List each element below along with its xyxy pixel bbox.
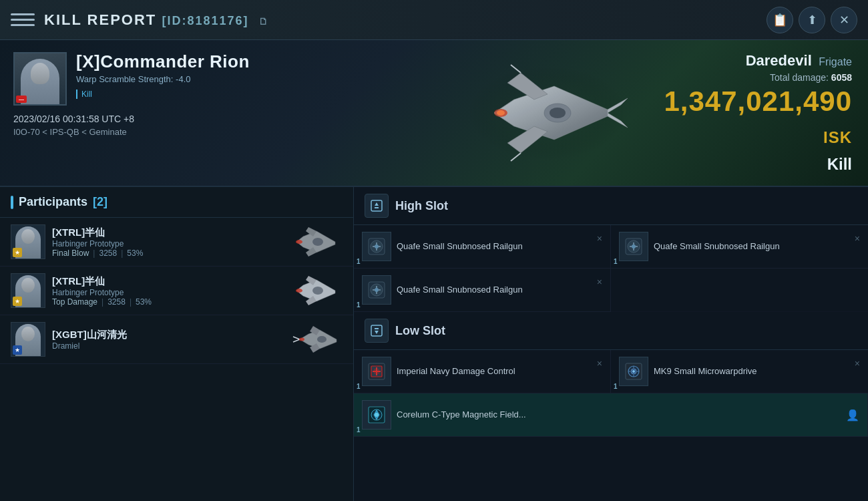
stat-label: Top Damage xyxy=(52,297,97,307)
close-button[interactable]: ✕ xyxy=(831,7,857,33)
participant-ship: Harbinger Prototype xyxy=(52,288,282,297)
damage-label: Total damage: xyxy=(770,72,829,83)
damage-line: Total damage: 6058 xyxy=(770,72,852,83)
isk-unit: ISK xyxy=(823,128,852,146)
high-slot-section: High Slot 1 Quafe Small S xyxy=(354,187,868,312)
isk-value: 1,347,021,490 ISK xyxy=(664,86,852,150)
svg-marker-32 xyxy=(375,202,379,206)
copy-icon[interactable]: 🗋 xyxy=(258,16,269,27)
participant-avatar: ★ xyxy=(11,273,45,308)
participant-info: [XGBT]山河清光 Dramiel xyxy=(52,329,282,351)
item-icon xyxy=(362,357,391,386)
svg-point-29 xyxy=(317,336,327,343)
item-icon xyxy=(619,232,648,261)
participant-item[interactable]: ★ [XTRL]半仙 Harbinger Prototype Top Damag… xyxy=(0,267,353,315)
participant-ship: Harbinger Prototype xyxy=(52,239,282,248)
participant-info: [XTRL]半仙 Harbinger Prototype Top Damage … xyxy=(52,275,282,307)
participant-star: ★ xyxy=(13,345,22,355)
stat-percent: 53% xyxy=(127,248,143,258)
participants-title: Participants xyxy=(19,195,87,209)
participant-avatar: ★ xyxy=(11,322,45,357)
item-name: Corelum C-Type Magnetic Field... xyxy=(397,409,838,421)
svg-point-43 xyxy=(632,244,636,248)
participants-header: Participants [2] xyxy=(0,187,353,218)
clipboard-icon: 📋 xyxy=(773,13,787,27)
title-text: KILL REPORT xyxy=(44,11,156,28)
left-panel: Participants [2] ★ [XTRL]半仙 Harbinger Pr… xyxy=(0,187,354,501)
svg-point-60 xyxy=(632,370,635,373)
svg-point-48 xyxy=(375,288,379,292)
export-button[interactable]: ⬆ xyxy=(799,7,825,33)
item-name: Quafe Small Snubnosed Railgun xyxy=(654,241,849,253)
header-card: — [X]Commander Rion Warp Scramble Streng… xyxy=(0,40,868,187)
header-stats: Daredevil Frigate Total damage: 6058 1,3… xyxy=(668,40,868,186)
outcome-label: Kill xyxy=(827,155,852,174)
participant-info: [XTRL]半仙 Harbinger Prototype Final Blow … xyxy=(52,226,282,258)
slot-item[interactable]: 1 Quafe Small Snubnosed Railgun × xyxy=(611,225,868,269)
participant-avatar: ★ xyxy=(11,224,45,259)
accent-bar xyxy=(11,196,13,209)
export-icon: ⬆ xyxy=(807,13,817,27)
item-remove[interactable]: × xyxy=(855,233,860,244)
stat-damage: 3258 xyxy=(107,297,126,307)
slot-item[interactable]: 1 Imperial Navy Damage Control × xyxy=(354,350,611,393)
svg-point-67 xyxy=(375,413,379,417)
svg-point-38 xyxy=(375,244,379,248)
slot-item[interactable]: 1 Quafe Small Snubnosed Railgun × xyxy=(354,269,611,312)
item-name: Imperial Navy Damage Control xyxy=(397,366,592,377)
participant-name: [XTRL]半仙 xyxy=(52,226,282,239)
item-icon xyxy=(362,275,391,305)
close-icon: ✕ xyxy=(839,13,849,27)
item-remove[interactable]: × xyxy=(597,358,602,369)
clipboard-button[interactable]: 📋 xyxy=(767,7,793,33)
header-pilot-info: — [X]Commander Rion Warp Scramble Streng… xyxy=(0,40,280,186)
avatar: — xyxy=(13,52,67,106)
kill-badge: Kill xyxy=(76,90,92,99)
ship-image xyxy=(414,40,681,186)
pilot-sub: Warp Scramble Strength: -4.0 xyxy=(76,74,267,84)
item-remove[interactable]: × xyxy=(597,233,602,244)
corp-badge: — xyxy=(16,96,27,103)
location: I0O-70 < IPS-QB < Geminate xyxy=(13,127,267,137)
svg-rect-56 xyxy=(374,369,379,374)
stat-percent: 53% xyxy=(136,297,152,307)
svg-point-9 xyxy=(497,110,505,116)
high-slot-header: High Slot xyxy=(354,187,868,225)
item-remove[interactable]: × xyxy=(855,358,860,369)
item-remove[interactable]: × xyxy=(597,277,602,287)
pilot-details: [X]Commander Rion Warp Scramble Strength… xyxy=(76,52,267,100)
stat-damage: 3258 xyxy=(99,248,117,258)
participant-ship-img xyxy=(289,224,343,259)
person-icon: 👤 xyxy=(846,409,859,422)
slot-item-empty xyxy=(611,269,868,312)
svg-line-28 xyxy=(293,339,300,342)
slot-item[interactable]: 1 MK9 Small Microwarpd xyxy=(611,350,868,393)
slot-item[interactable]: 1 Quafe Small Snubnosed Railgun × xyxy=(354,225,611,269)
low-slot-header: Low Slot xyxy=(354,312,868,350)
item-icon xyxy=(362,400,391,430)
damage-value: 6058 xyxy=(831,72,852,83)
high-slot-title: High Slot xyxy=(395,199,448,213)
high-slot-icon xyxy=(365,194,389,218)
participant-name: [XGBT]山河清光 xyxy=(52,329,282,341)
item-name: MK9 Small Microwarpdrive xyxy=(654,366,849,377)
slot-item-highlighted[interactable]: 1 Corelum C-Type Magnetic Field... 👤 xyxy=(354,393,868,437)
ship-type: Frigate xyxy=(819,56,852,67)
svg-marker-50 xyxy=(375,331,379,334)
right-panel: High Slot 1 Quafe Small S xyxy=(354,187,868,501)
participant-item[interactable]: ★ [XGBT]山河清光 Dramiel xyxy=(0,315,353,364)
svg-line-27 xyxy=(293,337,300,339)
timestamp: 2023/02/16 00:31:58 UTC +8 xyxy=(13,114,267,124)
top-bar-actions: 📋 ⬆ ✕ xyxy=(767,7,857,33)
svg-point-7 xyxy=(550,108,566,118)
ship-name-line: Daredevil Frigate xyxy=(746,52,852,69)
participant-item[interactable]: ★ [XTRL]半仙 Harbinger Prototype Final Blo… xyxy=(0,218,353,267)
menu-button[interactable] xyxy=(11,8,35,32)
participant-name: [XTRL]半仙 xyxy=(52,275,282,288)
participant-stats: Final Blow | 3258 | 53% xyxy=(52,248,282,258)
item-name: Quafe Small Snubnosed Railgun xyxy=(397,241,592,253)
svg-point-18 xyxy=(296,240,302,244)
participant-ship-img xyxy=(289,322,343,357)
item-icon xyxy=(362,232,391,261)
stat-label: Final Blow xyxy=(52,248,89,258)
